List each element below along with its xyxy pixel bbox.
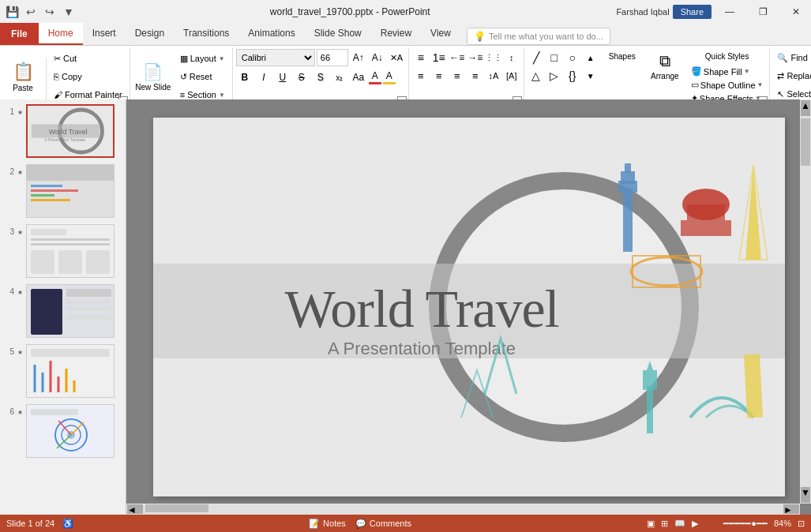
- shapes-button[interactable]: Shapes: [603, 49, 642, 64]
- shape-thumb-4[interactable]: △: [528, 67, 545, 84]
- minimize-button[interactable]: —: [715, 2, 745, 21]
- restore-button[interactable]: ❐: [748, 2, 778, 21]
- fit-slide-button[interactable]: ⊡: [798, 519, 805, 529]
- slide-sorter-button[interactable]: ⊞: [661, 519, 668, 529]
- shape-thumb-2[interactable]: □: [546, 49, 563, 66]
- share-button[interactable]: Share: [673, 5, 712, 19]
- shape-thumb-6[interactable]: {}: [564, 67, 581, 84]
- text-direction-button[interactable]: ↕A: [485, 67, 502, 84]
- slide-canvas[interactable]: World Travel A Presentation Template: [153, 118, 785, 496]
- slide-thumb-6[interactable]: 6 ★: [3, 403, 122, 459]
- scroll-right-button[interactable]: ►: [783, 504, 799, 514]
- select-icon: ↖: [777, 89, 784, 99]
- vertical-scrollbar[interactable]: ▲ ▼: [800, 99, 811, 504]
- customize-qat-button[interactable]: ▼: [60, 3, 77, 21]
- cut-button[interactable]: ✂ Cut: [50, 50, 126, 67]
- slide-thumb-4[interactable]: 4 ★: [3, 283, 122, 339]
- scroll-h-track[interactable]: [144, 504, 783, 515]
- shadow-button[interactable]: S: [312, 69, 329, 86]
- tab-home[interactable]: Home: [39, 23, 83, 45]
- align-center-button[interactable]: ≡: [430, 67, 448, 84]
- save-button[interactable]: 💾: [3, 3, 21, 21]
- columns-button[interactable]: ⋮⋮: [485, 49, 502, 66]
- undo-button[interactable]: ↩: [22, 3, 39, 21]
- align-right-button[interactable]: ≡: [449, 67, 466, 84]
- svg-rect-12: [31, 229, 66, 235]
- justify-button[interactable]: ≡: [467, 67, 484, 84]
- bold-button[interactable]: B: [236, 69, 253, 86]
- font-size-input[interactable]: [317, 49, 348, 66]
- underline-button[interactable]: U: [274, 69, 291, 86]
- svg-rect-51: [681, 220, 687, 236]
- font-color-button[interactable]: A: [369, 70, 381, 84]
- svg-rect-8: [31, 189, 78, 192]
- shape-scroll-down[interactable]: ▼: [582, 67, 599, 84]
- font-family-select[interactable]: Calibri: [236, 49, 315, 66]
- shape-thumb-1[interactable]: ╱: [528, 49, 545, 66]
- clear-format-button[interactable]: ✕A: [388, 49, 405, 66]
- scroll-h-thumb[interactable]: [145, 504, 208, 512]
- scroll-left-button[interactable]: ◄: [127, 504, 143, 514]
- line-spacing-button[interactable]: ↕: [503, 49, 520, 66]
- redo-button[interactable]: ↪: [41, 3, 58, 21]
- arrange-icon: ⧉: [659, 52, 670, 70]
- strikethrough-button[interactable]: S: [293, 69, 310, 86]
- slideshow-button[interactable]: ▶: [692, 519, 698, 529]
- notes-button[interactable]: 📝 Notes: [309, 519, 346, 529]
- scroll-track[interactable]: [800, 117, 811, 486]
- shape-thumb-3[interactable]: ○: [564, 49, 581, 66]
- accessibility-icon[interactable]: ♿: [62, 519, 73, 529]
- copy-button[interactable]: ⎘ Copy: [50, 68, 126, 85]
- new-slide-button[interactable]: 📄 New Slide: [133, 59, 173, 95]
- shape-fill-button[interactable]: 🪣 Shape Fill ▼: [688, 66, 767, 77]
- tell-me-search[interactable]: 💡 Tell me what you want to do...: [467, 28, 610, 45]
- align-left-button[interactable]: ≡: [412, 67, 430, 84]
- tab-file[interactable]: File: [0, 23, 39, 45]
- subscript-button[interactable]: x₂: [331, 69, 348, 86]
- tab-animations[interactable]: Animations: [238, 23, 304, 45]
- text-box-button[interactable]: [A]: [503, 67, 520, 84]
- scroll-thumb[interactable]: [801, 118, 810, 166]
- slide-thumb-5[interactable]: 5 ★: [3, 343, 122, 399]
- svg-rect-52: [725, 220, 731, 236]
- horizontal-scrollbar[interactable]: ◄ ►: [126, 504, 800, 515]
- tab-transitions[interactable]: Transitions: [174, 23, 238, 45]
- comments-button[interactable]: 💬 Comments: [355, 519, 411, 529]
- scroll-down-button[interactable]: ▼: [801, 487, 810, 503]
- italic-button[interactable]: I: [255, 69, 272, 86]
- shape-outline-button[interactable]: ▭ Shape Outline ▼: [688, 79, 767, 91]
- paste-button[interactable]: 📋 Paste: [3, 58, 43, 96]
- tab-slideshow[interactable]: Slide Show: [305, 23, 371, 45]
- replace-button[interactable]: ⇄ Replace ▼: [773, 67, 811, 84]
- change-case-button[interactable]: Aa: [350, 69, 367, 86]
- decrease-font-button[interactable]: A↓: [369, 49, 386, 66]
- reset-button[interactable]: ↺ Reset: [176, 68, 229, 85]
- quick-styles-button[interactable]: Quick Styles: [688, 49, 767, 64]
- slide-thumb-2[interactable]: 2 ★: [3, 163, 122, 219]
- tab-design[interactable]: Design: [126, 23, 174, 45]
- close-button[interactable]: ✕: [781, 2, 811, 21]
- reading-view-button[interactable]: 📖: [674, 519, 685, 529]
- normal-view-button[interactable]: ▣: [647, 519, 655, 529]
- tab-view[interactable]: View: [421, 23, 460, 45]
- layout-button[interactable]: ▦ Layout ▼: [176, 50, 229, 67]
- numbering-button[interactable]: 1≡: [430, 49, 448, 66]
- zoom-slider[interactable]: ━━━━━●━━: [704, 519, 768, 529]
- decrease-indent-button[interactable]: ←≡: [449, 49, 466, 66]
- notes-icon: 📝: [309, 519, 320, 529]
- tab-insert[interactable]: Insert: [83, 23, 126, 45]
- text-highlight-button[interactable]: A: [383, 70, 396, 84]
- increase-indent-button[interactable]: →≡: [467, 49, 484, 66]
- find-button[interactable]: 🔍 Find: [773, 49, 811, 66]
- canvas-area: World Travel A Presentation Template: [126, 99, 811, 515]
- arrange-button[interactable]: ⧉ Arrange: [645, 49, 685, 84]
- bullets-button[interactable]: ≡: [412, 49, 430, 66]
- increase-font-button[interactable]: A↑: [350, 49, 367, 66]
- slide-thumb-1[interactable]: 1 ★ World Travel A Presentation Template: [3, 103, 122, 159]
- slide-thumb-3[interactable]: 3 ★: [3, 223, 122, 279]
- slide-info: Slide 1 of 24: [6, 519, 54, 528]
- tab-review[interactable]: Review: [371, 23, 421, 45]
- shape-scroll-up[interactable]: ▲: [582, 49, 599, 66]
- shape-thumb-5[interactable]: ▷: [546, 67, 563, 84]
- scroll-up-button[interactable]: ▲: [801, 100, 810, 116]
